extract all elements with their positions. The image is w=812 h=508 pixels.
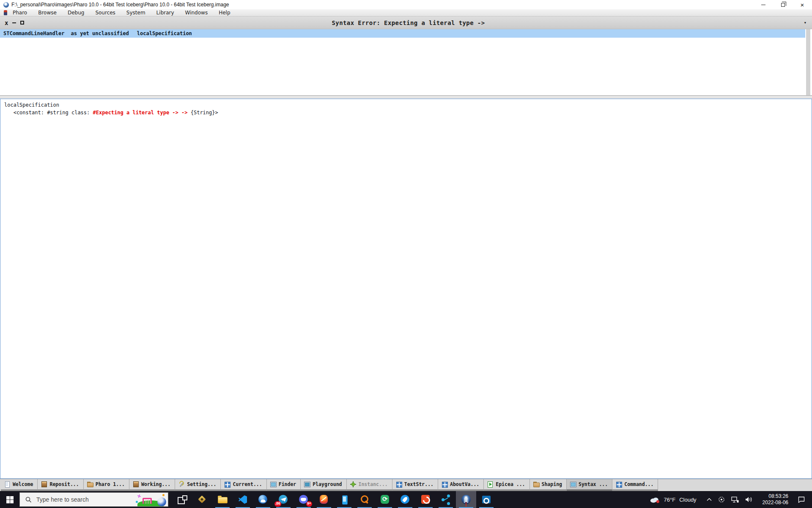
weather-widget[interactable]: 76°F Cloudy: [645, 496, 702, 503]
notification-badge: .86: [274, 501, 281, 507]
pharo-menubar: PharoBrowseDebugSourcesSystemLibraryWind…: [0, 9, 812, 17]
your-phone-icon: [339, 494, 350, 505]
expand-window-icon[interactable]: [20, 21, 24, 25]
collapse-window-icon[interactable]: [12, 22, 16, 23]
taskbar-app-button-share-app[interactable]: [436, 491, 456, 508]
taskbar-app-button-pdf-app[interactable]: [415, 491, 436, 508]
menu-item[interactable]: Help: [213, 10, 236, 16]
system-tray: 76°F Cloudy 08:53:26 2022-08-06: [645, 491, 812, 508]
pharo-taskbar-button-finder[interactable]: Finder: [267, 479, 301, 491]
pharo-taskbar-button-working-copy[interactable]: Working...: [129, 479, 175, 491]
monkey-icon: [318, 494, 329, 505]
taskbar-clock[interactable]: 08:53:26 2022-08-06: [757, 493, 793, 506]
taskbar-app-button-vscode[interactable]: [233, 491, 253, 508]
notification-badge: 9+: [306, 501, 312, 507]
pharo-taskbar-button-syntax-error[interactable]: Syntax ...: [567, 479, 612, 491]
pharo-app-icon: [3, 2, 9, 8]
show-hidden-icons-chevron-icon[interactable]: [707, 498, 712, 501]
syntax-window-titlebar[interactable]: x Syntax Error: Expecting a literal type…: [0, 17, 812, 29]
pharo-taskbar-button-settings[interactable]: Setting...: [175, 479, 221, 491]
restore-button[interactable]: [773, 0, 793, 9]
window-icon: [270, 481, 277, 488]
pharo-taskbar-button-instance[interactable]: Instanc...: [347, 479, 392, 491]
menu-item[interactable]: System: [121, 10, 151, 16]
menu-item[interactable]: Browse: [33, 10, 62, 16]
volume-icon[interactable]: [745, 497, 752, 502]
message-list-pane[interactable]: STCommandLineHandler as yet unclassified…: [0, 29, 812, 96]
pane-divider: [0, 96, 812, 99]
selected-method-row[interactable]: STCommandLineHandler as yet unclassified…: [0, 29, 805, 38]
pharo-taskbar-button-label: Instanc...: [359, 481, 388, 487]
weather-cloud-icon: [650, 496, 660, 503]
taskbar-search[interactable]: Type here to search: [19, 492, 168, 507]
vertical-scrollbar[interactable]: [806, 29, 810, 95]
pharo-taskbar-button-aboutvalue[interactable]: AboutVa...: [438, 479, 484, 491]
menu-item[interactable]: Windows: [180, 10, 214, 16]
taskbar-app-button-rocket-app[interactable]: [395, 491, 415, 508]
pharo-taskbar-button-label: Pharo 1...: [96, 481, 125, 487]
pharo-taskbar-button-current[interactable]: Current...: [221, 479, 266, 491]
grid-icon: [441, 481, 448, 488]
welcome-icon: [4, 481, 11, 488]
minimize-icon: [761, 5, 765, 5]
taskbar-app-button-outlook[interactable]: [476, 491, 497, 508]
menu-item[interactable]: Sources: [90, 10, 121, 16]
pharo-taskbar-button-epicea[interactable]: Epicea ...: [484, 479, 529, 491]
close-window-icon[interactable]: x: [5, 19, 8, 26]
minimize-button[interactable]: [754, 0, 773, 9]
pharo-taskbar-button-pharo-folder[interactable]: Pharo 1...: [84, 479, 129, 491]
menu-items: PharoBrowseDebugSourcesSystemLibraryWind…: [7, 9, 236, 16]
pharo-taskbar-button-label: Reposit...: [49, 481, 79, 487]
close-button[interactable]: ×: [793, 0, 812, 9]
pharo-icon: [461, 494, 472, 505]
menu-item[interactable]: Debug: [62, 10, 90, 16]
syntax-window-controls: x: [5, 19, 38, 26]
pharo-taskbar-button-textstring[interactable]: TextStr...: [392, 479, 438, 491]
start-button[interactable]: [0, 491, 19, 508]
pharo-taskbar-button-repositories[interactable]: Reposit...: [38, 479, 83, 491]
taskbar-app-button-browser[interactable]: [253, 491, 273, 508]
pharo-taskbar-button-label: Epicea ...: [496, 481, 525, 487]
taskbar-app-button-search-app[interactable]: [354, 491, 375, 508]
pharo-taskbar-button-shaping[interactable]: Shaping: [530, 479, 567, 491]
pharo-taskbar-button-playground[interactable]: Playground: [301, 479, 346, 491]
window-controls: ×: [754, 0, 812, 9]
pharo-taskbar-button-label: Welcome: [13, 481, 33, 487]
condition-label: Cloudy: [679, 497, 696, 503]
restore-icon: [781, 3, 785, 7]
pharo-mascot-icon: [4, 10, 7, 15]
grid-icon: [224, 481, 230, 488]
taskbar-app-button-monkey-app[interactable]: [314, 491, 334, 508]
taskbar-app-button-your-phone[interactable]: [334, 491, 354, 508]
taskbar-app-button-discord[interactable]: 9+: [294, 491, 314, 508]
network-icon[interactable]: [731, 497, 739, 503]
syntax-window-title: Syntax Error: Expecting a literal type -…: [38, 19, 778, 26]
compass-icon: [197, 494, 208, 505]
taskbar-app-button-sync-app[interactable]: [375, 491, 395, 508]
browser-icon: [258, 494, 269, 505]
taskbar-app-button-telegram[interactable]: .86: [273, 491, 294, 508]
window-menu-chevron-icon[interactable]: ▾: [778, 20, 812, 25]
taskbar-app-button-pharo[interactable]: [456, 491, 476, 508]
pharo-taskbar: Welcome Reposit... Pharo 1... Working...…: [0, 479, 812, 491]
pharo-taskbar-button-welcome[interactable]: Welcome: [1, 479, 38, 491]
folder-icon: [87, 481, 93, 488]
pharo-taskbar-button-command[interactable]: Command...: [612, 479, 658, 491]
task-view-icon: [176, 494, 187, 505]
taskbar-app-button-file-explorer[interactable]: [212, 491, 233, 508]
menu-item[interactable]: Library: [151, 10, 180, 16]
code-editor[interactable]: localSpecification <constant: #string cl…: [0, 99, 812, 479]
menu-item[interactable]: Pharo: [7, 10, 33, 16]
window-icon: [570, 481, 576, 488]
taskbar-app-button-compass[interactable]: [192, 491, 212, 508]
people-icon[interactable]: [718, 496, 725, 503]
tray-icons: [702, 496, 757, 503]
pharo-taskbar-button-label: TextStr...: [404, 481, 433, 487]
pharo-taskbar-button-label: AboutVa...: [450, 481, 479, 487]
taskbar-app-button-task-view[interactable]: [172, 491, 192, 508]
time-label: 08:53:26: [763, 493, 788, 500]
epicea-icon: [487, 481, 494, 488]
grid-icon: [395, 481, 402, 488]
syntax-error-text: #Expecting a literal type -> ->: [93, 110, 188, 116]
action-center-button[interactable]: [793, 496, 812, 503]
